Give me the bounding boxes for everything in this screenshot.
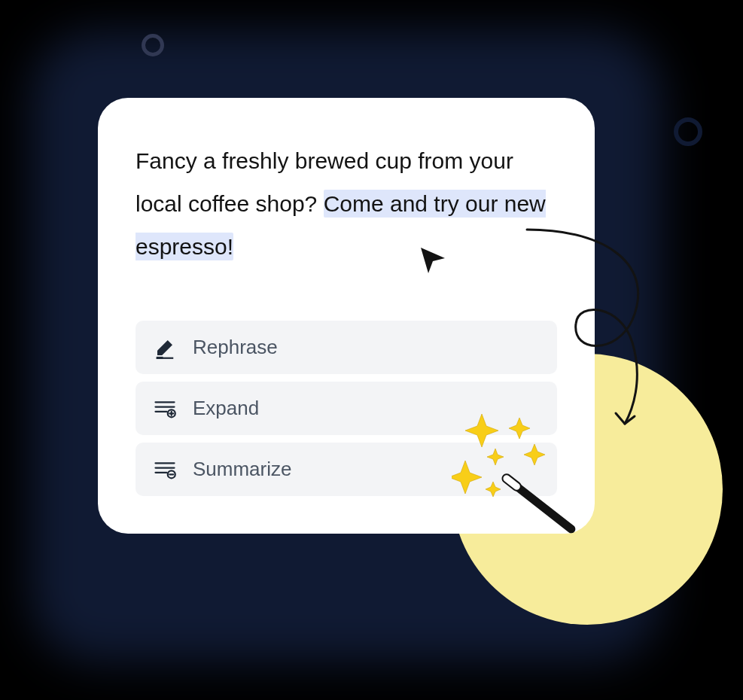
small-circle-decoration bbox=[142, 34, 164, 56]
expand-icon bbox=[154, 397, 176, 420]
option-label: Summarize bbox=[193, 458, 291, 481]
option-label: Expand bbox=[193, 397, 259, 420]
magic-wand-icon bbox=[452, 406, 595, 549]
cursor-icon bbox=[418, 245, 448, 275]
rephrase-button[interactable]: Rephrase bbox=[136, 321, 557, 374]
sample-text[interactable]: Fancy a freshly brewed cup from your loc… bbox=[136, 139, 557, 268]
curvy-arrow-decoration bbox=[519, 222, 670, 433]
small-circle-decoration bbox=[674, 117, 702, 146]
option-label: Rephrase bbox=[193, 336, 278, 359]
edit-icon bbox=[154, 336, 176, 359]
svg-rect-14 bbox=[501, 473, 522, 492]
summarize-icon bbox=[154, 458, 176, 481]
